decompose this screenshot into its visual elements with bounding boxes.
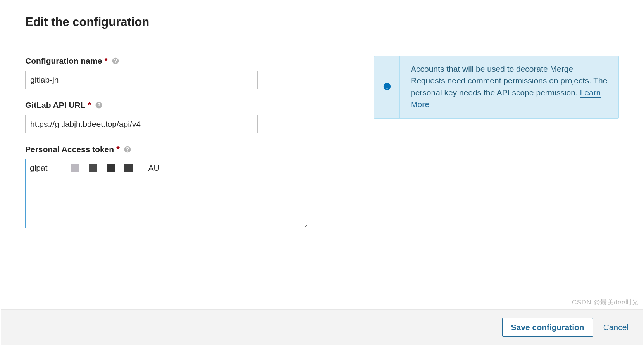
watermark: CSDN @最美dee时光 bbox=[572, 298, 639, 307]
token-group: Personal Access token * glpat AU bbox=[25, 144, 320, 230]
api-url-group: GitLab API URL * bbox=[25, 100, 320, 133]
page-title: Edit the configuration bbox=[25, 15, 619, 29]
info-column: Accounts that will be used to decorate M… bbox=[374, 56, 619, 240]
required-indicator: * bbox=[88, 100, 91, 110]
save-button[interactable]: Save configuration bbox=[502, 318, 593, 337]
form-column: Configuration name * GitLab API URL * Pe… bbox=[25, 56, 320, 240]
api-url-label-row: GitLab API URL * bbox=[25, 100, 320, 110]
token-label-row: Personal Access token * bbox=[25, 144, 320, 154]
config-name-input[interactable] bbox=[25, 71, 258, 89]
content-area: Configuration name * GitLab API URL * Pe… bbox=[0, 42, 644, 248]
info-icon-zone bbox=[374, 56, 400, 118]
help-icon[interactable] bbox=[124, 145, 131, 153]
required-indicator: * bbox=[104, 56, 108, 66]
required-indicator: * bbox=[116, 144, 120, 154]
info-icon bbox=[383, 82, 391, 92]
page-header: Edit the configuration bbox=[0, 0, 644, 42]
config-name-label: Configuration name bbox=[25, 56, 102, 66]
token-textarea-wrapper: glpat AU bbox=[25, 159, 308, 230]
info-text: Accounts that will be used to decorate M… bbox=[400, 56, 618, 118]
cancel-button[interactable]: Cancel bbox=[603, 323, 629, 332]
info-message: Accounts that will be used to decorate M… bbox=[411, 64, 607, 97]
help-icon[interactable] bbox=[112, 57, 119, 65]
help-icon[interactable] bbox=[95, 101, 103, 109]
api-url-input[interactable] bbox=[25, 115, 258, 133]
config-name-label-row: Configuration name * bbox=[25, 56, 320, 66]
token-label: Personal Access token bbox=[25, 145, 114, 154]
info-box: Accounts that will be used to decorate M… bbox=[374, 56, 619, 119]
token-textarea[interactable] bbox=[25, 159, 308, 228]
api-url-label: GitLab API URL bbox=[25, 100, 86, 110]
config-name-group: Configuration name * bbox=[25, 56, 320, 89]
footer-bar: Save configuration Cancel bbox=[1, 309, 643, 345]
